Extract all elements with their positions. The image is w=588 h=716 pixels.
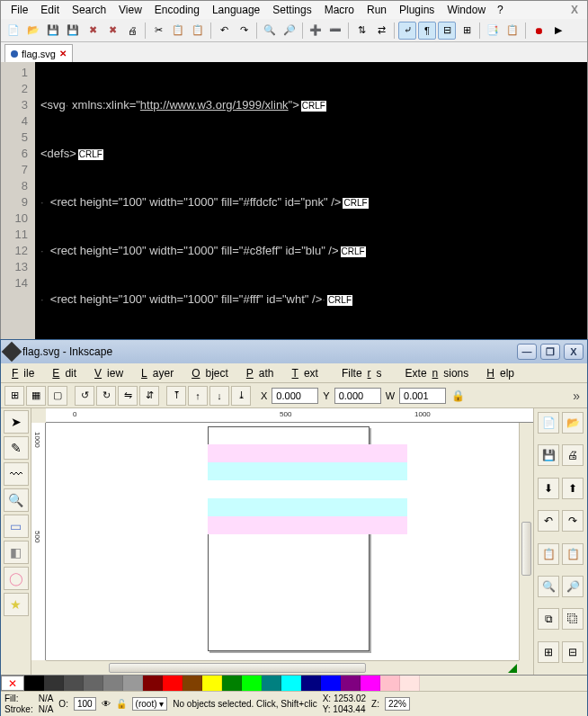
menu-settings[interactable]: Settings — [266, 2, 317, 18]
palette-swatch[interactable] — [281, 676, 301, 691]
import-icon[interactable]: ⬇ — [538, 478, 559, 499]
scrollbar-vertical[interactable] — [519, 423, 533, 660]
menu-window[interactable]: Window — [441, 2, 492, 18]
window-close-icon[interactable]: X — [566, 2, 584, 18]
udlang-icon[interactable]: ⊞ — [458, 22, 476, 40]
menu-plugins[interactable]: Plugins — [393, 2, 441, 18]
select-all-layers-icon[interactable]: ▦ — [26, 386, 46, 406]
menu-macro[interactable]: Macro — [318, 2, 361, 18]
opacity-input[interactable]: 100 — [74, 697, 96, 711]
save-doc-icon[interactable]: 💾 — [538, 444, 559, 466]
menu-file[interactable]: File — [4, 2, 34, 18]
menu-edit[interactable]: Edit — [47, 365, 87, 381]
menu-text[interactable]: Text — [287, 365, 329, 381]
palette-swatch[interactable] — [400, 676, 420, 691]
lock-icon[interactable]: 🔒 — [448, 389, 468, 402]
show-all-chars-icon[interactable]: ¶ — [418, 22, 436, 40]
menu-language[interactable]: Language — [206, 2, 266, 18]
palette-swatch[interactable] — [222, 676, 242, 691]
palette-swatch[interactable] — [183, 676, 202, 691]
new-doc-icon[interactable]: 📄 — [538, 412, 559, 434]
selector-tool[interactable]: ➤ — [4, 410, 29, 434]
zoom-draw-icon[interactable]: 🔎 — [562, 576, 584, 597]
rotate-cw-icon[interactable]: ↻ — [96, 386, 116, 406]
clone-icon[interactable]: ⿻ — [562, 608, 584, 630]
cut-icon[interactable]: ✂ — [149, 22, 167, 40]
close-all-icon[interactable]: ✖ — [103, 22, 121, 40]
close-button[interactable]: X — [564, 344, 584, 360]
deselect-icon[interactable]: ▢ — [48, 386, 67, 406]
zoom-input[interactable]: 22% — [385, 697, 410, 711]
zoom-sel-icon[interactable]: 🔍 — [538, 576, 559, 597]
menu-help[interactable]: Help — [481, 365, 525, 381]
y-input[interactable]: 0.000 — [334, 388, 381, 404]
minimize-button[interactable]: — — [517, 344, 537, 360]
zoom-out-icon[interactable]: ➖ — [326, 22, 344, 40]
palette-swatch[interactable] — [341, 676, 361, 691]
zoom-in-icon[interactable]: ➕ — [307, 22, 325, 40]
palette-swatch[interactable] — [84, 676, 103, 691]
code-area[interactable]: <svg· xmlns:xlink="http://www.w3.org/199… — [35, 62, 587, 340]
zoom-tool[interactable]: 🔍 — [4, 488, 29, 512]
close-file-icon[interactable]: ✖ — [84, 22, 102, 40]
menu-layer[interactable]: Layer — [136, 365, 184, 381]
func-list-icon[interactable]: 📋 — [503, 22, 521, 40]
duplicate-icon[interactable]: ⧉ — [538, 608, 559, 630]
wordwrap-icon[interactable]: ⤶ — [398, 22, 416, 40]
palette-swatch[interactable] — [380, 676, 400, 691]
3dbox-tool[interactable]: ◧ — [4, 541, 29, 564]
file-tab[interactable]: flag.svg ✕ — [4, 44, 73, 62]
find-icon[interactable]: 🔍 — [261, 22, 279, 40]
layer-select[interactable]: (root) ▾ — [132, 697, 168, 711]
palette-swatch[interactable] — [321, 676, 341, 691]
menu-run[interactable]: Run — [361, 2, 393, 18]
maximize-button[interactable]: ❐ — [540, 344, 560, 360]
palette-swatch[interactable] — [242, 676, 262, 691]
print-icon[interactable]: 🖨 — [123, 22, 141, 40]
redo-icon[interactable]: ↷ — [562, 510, 584, 532]
undo-icon[interactable]: ↶ — [538, 510, 559, 532]
scrollbar-horizontal[interactable] — [46, 660, 519, 675]
palette-swatch[interactable] — [301, 676, 321, 691]
record-macro-icon[interactable]: ⏺ — [530, 22, 548, 40]
indent-guide-icon[interactable]: ⊟ — [438, 22, 456, 40]
overflow-icon[interactable]: » — [569, 389, 584, 403]
rect-tool[interactable]: ▭ — [4, 515, 29, 538]
flip-v-icon[interactable]: ⇵ — [139, 386, 159, 406]
palette-swatch[interactable] — [143, 676, 163, 691]
menu-filters[interactable]: Filters — [331, 365, 393, 381]
ungroup-icon[interactable]: ⊟ — [562, 641, 584, 663]
export-icon[interactable]: ⬆ — [562, 478, 584, 499]
doc-map-icon[interactable]: 📑 — [484, 22, 502, 40]
lock-layer-icon[interactable]: 🔓 — [116, 699, 127, 709]
tweak-tool[interactable]: 〰 — [4, 462, 29, 486]
palette-swatch[interactable] — [361, 676, 380, 691]
w-input[interactable]: 0.001 — [399, 388, 446, 404]
lower-icon[interactable]: ↓ — [209, 386, 229, 406]
group-icon[interactable]: ⊞ — [538, 641, 559, 663]
palette-swatch[interactable] — [24, 676, 44, 691]
palette-swatch[interactable] — [123, 676, 143, 691]
replace-icon[interactable]: 🔎 — [281, 22, 298, 40]
ellipse-tool[interactable]: ◯ — [4, 567, 29, 590]
rotate-ccw-icon[interactable]: ↺ — [75, 386, 94, 406]
star-tool[interactable]: ★ — [4, 593, 29, 616]
menu-search[interactable]: Search — [66, 2, 112, 18]
menu-path[interactable]: Path — [241, 365, 285, 381]
open-doc-icon[interactable]: 📂 — [562, 412, 584, 434]
copy-icon[interactable]: 📋 — [538, 543, 559, 565]
flip-h-icon[interactable]: ⇋ — [118, 386, 138, 406]
tab-close-icon[interactable]: ✕ — [59, 49, 67, 58]
redo-icon[interactable]: ↷ — [235, 22, 253, 40]
menu-object[interactable]: Object — [186, 365, 239, 381]
menu-extensions[interactable]: Extensions — [395, 365, 480, 381]
menu-help[interactable]: ? — [492, 2, 509, 18]
palette-swatch[interactable] — [202, 676, 222, 691]
menu-edit[interactable]: Edit — [34, 2, 66, 18]
raise-top-icon[interactable]: ⤒ — [166, 386, 186, 406]
lower-bottom-icon[interactable]: ⤓ — [231, 386, 251, 406]
open-file-icon[interactable]: 📂 — [24, 22, 42, 40]
menu-view[interactable]: View — [89, 365, 134, 381]
raise-icon[interactable]: ↑ — [188, 386, 208, 406]
menu-view[interactable]: View — [112, 2, 148, 18]
